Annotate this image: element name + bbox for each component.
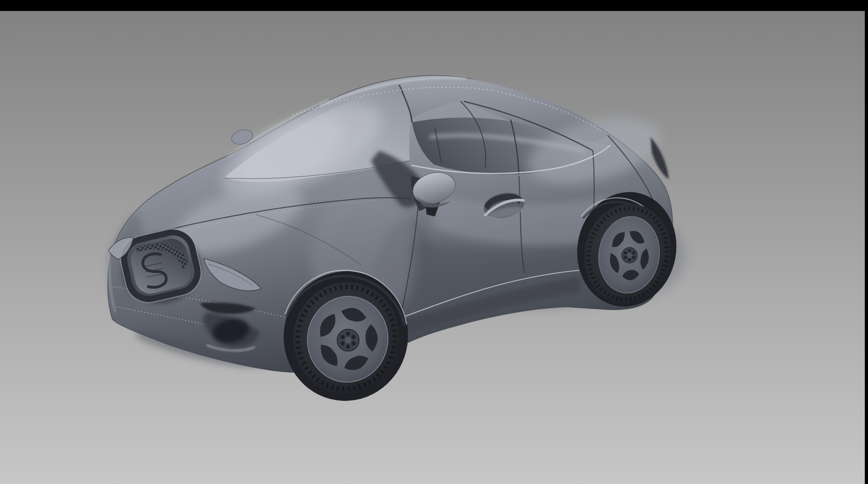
rear-hub	[622, 247, 637, 263]
cad-viewport-screenshot	[0, 0, 868, 484]
right-black-bar	[865, 11, 868, 484]
front-hub	[337, 329, 359, 351]
top-black-bar	[0, 0, 868, 11]
application-window	[0, 0, 868, 484]
